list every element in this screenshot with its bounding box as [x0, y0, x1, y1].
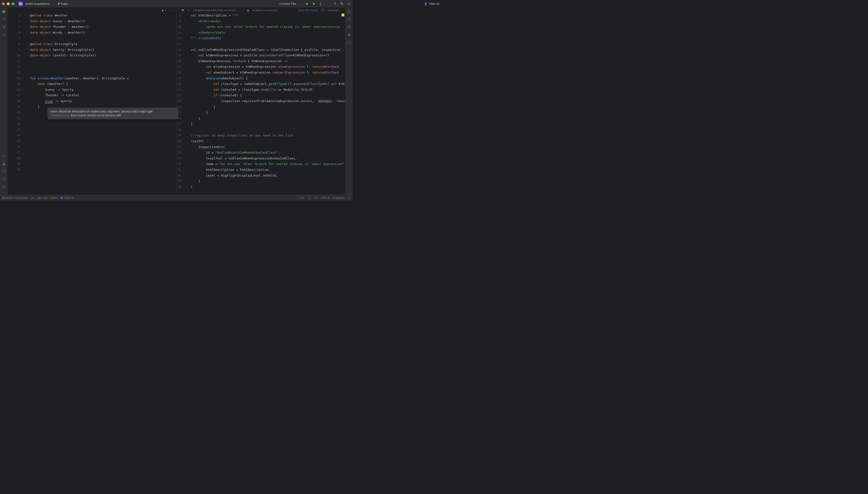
run-config-label: Current File [279, 2, 296, 5]
svg-rect-24 [348, 18, 350, 21]
tooltip-sub-label: Inspection info: [51, 114, 70, 117]
warning-count-widget[interactable]: ▲ 2 ⌃ ⌄ [161, 9, 174, 12]
coverage-tool-icon[interactable] [347, 41, 351, 44]
svg-point-1 [321, 2, 321, 3]
tooltip-title: when should be exhaustive on sealed clas… [51, 110, 170, 113]
chevron-down-icon[interactable]: ⌄ [172, 9, 174, 12]
commit-tool-icon[interactable] [2, 17, 6, 21]
caret-position[interactable]: 1:20 [299, 196, 304, 200]
recompile-button[interactable] [181, 9, 184, 12]
notifications-tool-icon[interactable] [347, 10, 351, 14]
project-name: kotlin-inspections [26, 2, 50, 5]
gradle-tool-icon[interactable] [347, 17, 351, 21]
play-icon [305, 2, 309, 5]
terminal-tool-icon[interactable] [2, 170, 6, 173]
folder-icon [38, 196, 41, 200]
left-tool-rail [0, 8, 8, 195]
breadcrumb-label: main [42, 196, 48, 200]
tooltip-sub-text: Else branch should not be present with [71, 114, 121, 117]
search-everywhere-button[interactable] [340, 2, 344, 6]
run-config-dropdown[interactable]: Current File ⌄ [278, 1, 300, 6]
services-tool-icon[interactable] [2, 154, 6, 158]
refresh-icon [181, 9, 184, 12]
breadcrumb-separator: › [49, 196, 50, 200]
editor-header-left: ▲ 2 ⌃ ⌄ [8, 8, 176, 13]
more-vertical-icon [319, 2, 322, 5]
more-actions-button[interactable] [319, 2, 323, 6]
breadcrumb-kotlin[interactable]: kotlin [51, 196, 58, 200]
svg-rect-14 [2, 164, 4, 165]
split-editor: ▲ 2 ⌃ ⌄ 34567891011121314151617181920212… [8, 8, 345, 195]
svg-point-7 [3, 19, 5, 20]
breadcrumb-label: kotlin-inspections [6, 196, 28, 200]
right-tool-rail [345, 8, 352, 195]
svg-point-21 [4, 187, 5, 188]
database-tool-icon[interactable] [347, 25, 351, 29]
breadcrumb-src[interactable]: src [31, 196, 35, 200]
power-save-icon[interactable] [308, 196, 311, 200]
chevron-up-icon[interactable]: ⌃ [169, 9, 171, 12]
more-tools-icon[interactable] [2, 33, 6, 37]
run-button[interactable] [305, 2, 309, 6]
code-area-left[interactable]: 3456789101112131415161718192021222324252… [8, 13, 176, 195]
build-tool-icon[interactable] [2, 162, 6, 166]
structure-tool-icon[interactable] [2, 25, 6, 29]
code-with-me-button[interactable] [333, 2, 337, 6]
editor-pane-right: Compiled inspection does not match … | ▲… [176, 8, 345, 195]
readonly-lock-icon[interactable] [348, 196, 351, 200]
editor-pane-left: ▲ 2 ⌃ ⌄ 34567891011121314151617181920212… [8, 8, 176, 195]
compile-status-icon [187, 9, 190, 12]
examples-dropdown[interactable]: Examples ⌄ [327, 9, 343, 12]
project-badge: KI [18, 2, 23, 6]
psi-help-icon[interactable]: ? [321, 8, 325, 12]
project-tool-icon[interactable] [2, 10, 6, 14]
warning-triangle-icon: ▲ [161, 9, 164, 12]
svg-point-11 [2, 35, 3, 35]
compile-message: Compiled inspection does not match … [193, 9, 239, 12]
status-bar: kotlin-inspections › src › main › kotlin… [0, 195, 352, 201]
vcs-branch-dropdown[interactable]: main ⌄ [56, 1, 72, 6]
breadcrumb-root[interactable]: kotlin-inspections [2, 196, 28, 200]
breadcrumb-separator: › [59, 196, 59, 200]
svg-point-12 [3, 35, 4, 35]
svg-point-13 [5, 35, 5, 35]
open-psi-viewer-link[interactable]: Open PSI Viewer [298, 9, 318, 12]
gear-icon [347, 2, 350, 5]
branch-icon [58, 2, 61, 5]
vcs-tool-icon[interactable] [2, 185, 6, 189]
line-separator[interactable]: LF [314, 196, 318, 200]
file-encoding[interactable]: UTF-8 [321, 196, 329, 200]
svg-point-3 [321, 5, 321, 5]
settings-button[interactable] [347, 2, 351, 6]
svg-point-27 [308, 196, 311, 199]
code-body-left[interactable]: sealed class Weatherdata object Sunny : … [24, 13, 176, 195]
svg-rect-17 [2, 170, 5, 173]
ai-tool-icon[interactable] [347, 33, 351, 37]
editor-header-right: Compiled inspection does not match … | ▲… [177, 8, 345, 13]
debug-button[interactable] [312, 2, 316, 6]
module-icon [2, 196, 5, 200]
close-window-button[interactable] [2, 2, 5, 5]
gutter-right: 8910111213141516171819202122232425262728… [177, 13, 185, 195]
branch-name: main [61, 2, 68, 5]
bug-icon [312, 2, 315, 5]
tooltip-more-button[interactable]: ⋮ [173, 110, 176, 113]
breadcrumb-file[interactable]: Main.kt [60, 196, 74, 200]
project-dropdown[interactable]: kotlin-inspections ⌄ [24, 1, 54, 6]
indent-config[interactable]: 4 spaces [333, 196, 344, 200]
svg-point-4 [334, 2, 336, 4]
inspection-tooltip: when should be exhaustive on sealed clas… [48, 108, 178, 119]
breadcrumb-main[interactable]: main [38, 196, 48, 200]
code-body-right[interactable]: val htmlDescription = """ <html><body> <… [185, 13, 345, 195]
svg-point-6 [348, 3, 349, 4]
chevron-down-icon: ⌄ [341, 9, 343, 12]
minimize-window-button[interactable] [7, 2, 10, 5]
warning-marker[interactable] [342, 14, 344, 16]
problems-tool-icon[interactable] [2, 177, 6, 181]
analysis-message: Analysis is successful [252, 9, 278, 12]
maximize-window-button[interactable] [12, 2, 15, 5]
code-area-right[interactable]: 8910111213141516171819202122232425262728… [177, 13, 345, 195]
svg-point-5 [341, 2, 342, 4]
chevron-down-icon: ⌄ [69, 2, 71, 5]
status-icon [187, 9, 190, 12]
